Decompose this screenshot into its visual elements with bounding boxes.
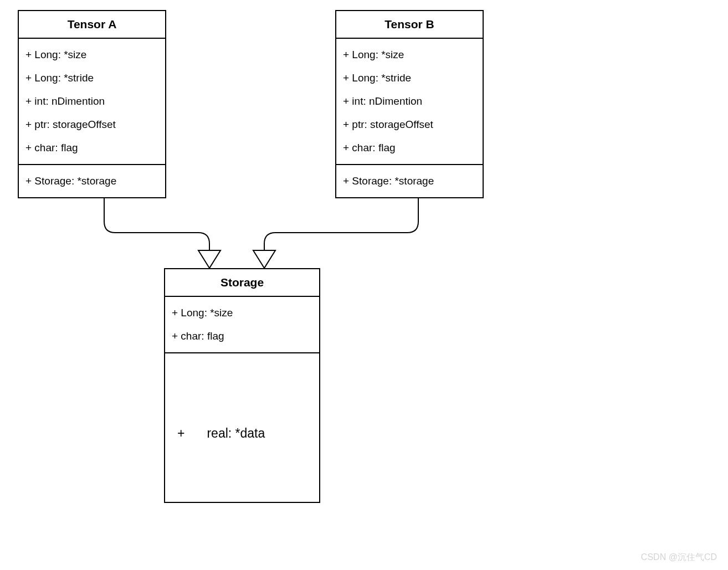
class-attr: + ptr: storageOffset	[343, 113, 476, 136]
class-attr: + char: flag	[172, 325, 312, 348]
plus-sign: +	[177, 426, 184, 441]
class-box-tensor-a: Tensor A + Long: *size + Long: *stride +…	[18, 10, 166, 198]
data-label: real: *data	[207, 426, 265, 441]
class-bottom-section: + Storage: *storage	[19, 165, 165, 197]
class-title: Storage	[165, 269, 319, 297]
class-attr: + Long: *stride	[25, 66, 158, 90]
class-attrs-section: + Long: *size + char: flag	[165, 297, 319, 353]
class-bottom: + Storage: *storage	[25, 170, 158, 193]
class-data: + real: *data	[172, 358, 265, 509]
class-attr: + int: nDimention	[343, 90, 476, 113]
class-title: Tensor A	[19, 11, 165, 39]
class-attr: + Long: *size	[172, 301, 312, 325]
class-bottom-section: + Storage: *storage	[336, 165, 483, 197]
class-box-storage: Storage + Long: *size + char: flag + rea…	[164, 268, 320, 503]
class-attr: + char: flag	[343, 136, 476, 160]
class-title: Tensor B	[336, 11, 483, 39]
class-attrs-section: + Long: *size + Long: *stride + int: nDi…	[19, 39, 165, 165]
svg-marker-0	[198, 250, 221, 268]
class-box-tensor-b: Tensor B + Long: *size + Long: *stride +…	[335, 10, 484, 198]
class-attr: + char: flag	[25, 136, 158, 160]
watermark: CSDN @沉住气CD	[641, 552, 717, 563]
class-attr: + Long: *size	[25, 43, 158, 66]
class-attr: + Long: *size	[343, 43, 476, 66]
class-attrs-section: + Long: *size + Long: *stride + int: nDi…	[336, 39, 483, 165]
class-data-section: + real: *data	[165, 353, 319, 513]
class-attr: + Long: *stride	[343, 66, 476, 90]
class-attr: + ptr: storageOffset	[25, 113, 158, 136]
class-bottom: + Storage: *storage	[343, 170, 476, 193]
class-attr: + int: nDimention	[25, 90, 158, 113]
svg-marker-1	[253, 250, 275, 268]
